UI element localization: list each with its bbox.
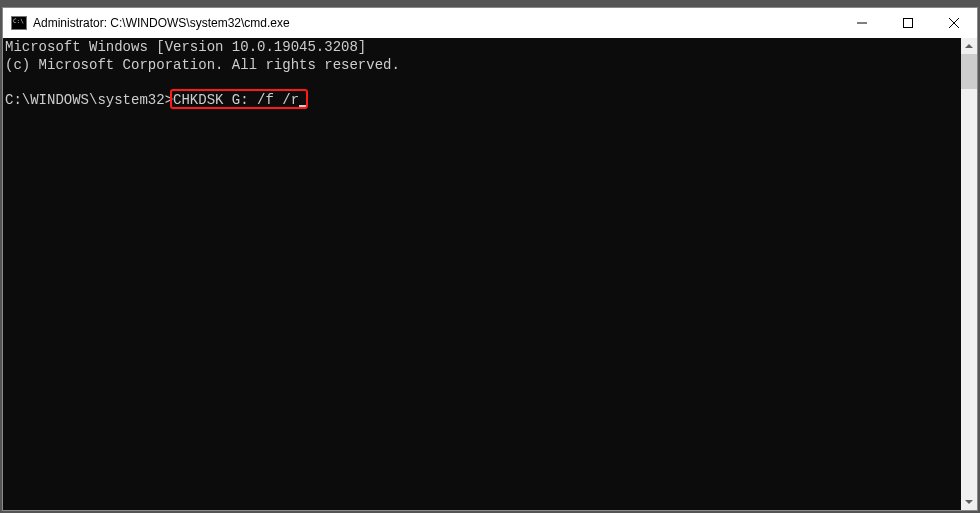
minimize-button[interactable] — [839, 8, 885, 38]
scroll-track[interactable] — [961, 54, 977, 494]
maximize-button[interactable] — [885, 8, 931, 38]
svg-marker-4 — [965, 44, 973, 48]
command-highlight-annotation — [170, 89, 308, 109]
scroll-down-arrow[interactable] — [961, 494, 977, 510]
scroll-thumb[interactable] — [961, 54, 977, 89]
cmd-icon — [11, 15, 27, 31]
titlebar[interactable]: Administrator: C:\WINDOWS\system32\cmd.e… — [3, 8, 977, 38]
version-line: Microsoft Windows [Version 10.0.19045.32… — [5, 39, 366, 55]
cmd-window: Administrator: C:\WINDOWS\system32\cmd.e… — [2, 7, 978, 511]
svg-marker-5 — [965, 500, 973, 504]
window-title: Administrator: C:\WINDOWS\system32\cmd.e… — [33, 16, 839, 30]
close-button[interactable] — [931, 8, 977, 38]
console-output[interactable]: Microsoft Windows [Version 10.0.19045.32… — [3, 38, 961, 510]
prompt: C:\WINDOWS\system32> — [5, 92, 173, 108]
console-area: Microsoft Windows [Version 10.0.19045.32… — [3, 38, 977, 510]
scroll-up-arrow[interactable] — [961, 38, 977, 54]
window-controls — [839, 8, 977, 38]
svg-rect-1 — [904, 19, 913, 28]
vertical-scrollbar[interactable] — [961, 38, 977, 510]
copyright-line: (c) Microsoft Corporation. All rights re… — [5, 57, 400, 73]
